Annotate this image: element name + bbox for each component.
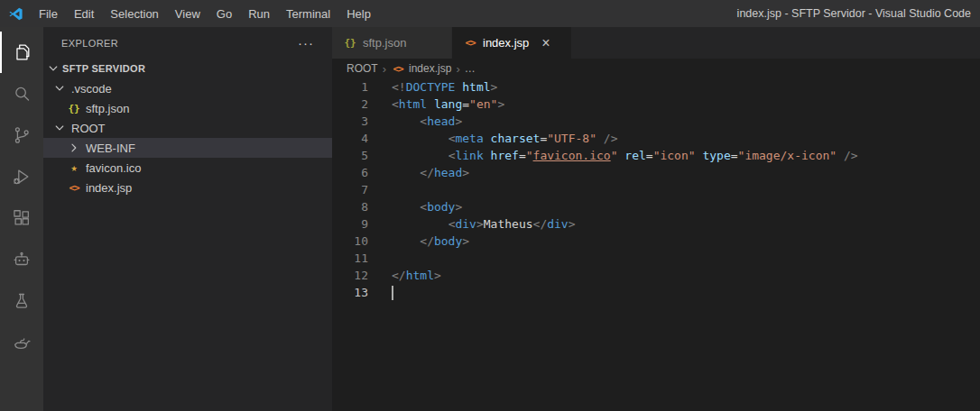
lamp-icon[interactable] <box>0 322 43 363</box>
breadcrumb-item--[interactable]: … <box>465 62 476 75</box>
tree-item-label: .vscode <box>71 82 112 96</box>
code-icon: <> <box>391 63 405 75</box>
menu-help[interactable]: Help <box>338 0 379 27</box>
code-line: 10 </body> <box>332 233 980 250</box>
breadcrumb-item-root[interactable]: ROOT <box>347 62 378 75</box>
text-cursor <box>392 286 393 300</box>
chevron-down-icon <box>46 61 60 76</box>
workspace-section-header[interactable]: SFTP SERVIDOR <box>43 59 332 78</box>
more-actions-icon[interactable]: ··· <box>298 35 314 50</box>
extensions-icon[interactable] <box>0 197 43 239</box>
close-icon[interactable]: × <box>541 36 550 50</box>
tree-item-label: ROOT <box>71 122 106 135</box>
vscode-logo-icon[interactable] <box>0 0 31 27</box>
window-title: index.jsp - SFTP Servidor - Visual Studi… <box>737 7 980 20</box>
tree-item-sftp-json[interactable]: {}sftp.json <box>43 98 332 118</box>
tab-sftp-json[interactable]: {}sftp.json <box>332 27 452 59</box>
code-line-content <box>368 250 392 267</box>
tree-item-label: WEB-INF <box>86 142 135 155</box>
code-line: 5 <link href="favicon.ico" rel="icon" ty… <box>332 147 980 164</box>
run-and-debug-icon[interactable] <box>0 156 43 197</box>
code-line: 7 <box>332 181 980 198</box>
workspace-name: SFTP SERVIDOR <box>62 63 145 74</box>
chevron-right-icon <box>67 141 81 155</box>
tree-item-label: index.jsp <box>86 181 132 195</box>
menu-bar: FileEditSelectionViewGoRunTerminalHelp <box>31 0 379 27</box>
tree-item-label: favicon.ico <box>86 161 141 175</box>
code-line: 9 <div>Matheus</div> <box>332 215 980 233</box>
code-line-content: <html lang="en"> <box>368 96 504 113</box>
title-bar: FileEditSelectionViewGoRunTerminalHelp i… <box>0 0 980 27</box>
code-line-content: <div>Matheus</div> <box>368 215 576 233</box>
code-line: 11 <box>332 250 980 267</box>
menu-go[interactable]: Go <box>208 0 240 27</box>
activity-bar <box>0 27 43 411</box>
code-icon: <> <box>67 182 81 194</box>
file-tree: .vscode{}sftp.jsonROOTWEB-INF★favicon.ic… <box>43 78 332 197</box>
code-line-content <box>368 181 392 198</box>
code-line: 3 <head> <box>332 113 980 130</box>
tab-bar: {}sftp.json<>index.jsp× <box>332 27 980 59</box>
workbench: EXPLORER ··· SFTP SERVIDOR .vscode{}sftp… <box>0 27 980 411</box>
code-line-content: <body> <box>368 198 462 215</box>
tree-item-favicon-ico[interactable]: ★favicon.ico <box>43 158 332 178</box>
menu-edit[interactable]: Edit <box>66 0 102 27</box>
code-line: 1<!DOCTYPE html> <box>332 78 980 96</box>
line-number: 11 <box>332 250 368 267</box>
line-number: 6 <box>332 164 368 181</box>
breadcrumb-label: … <box>465 62 476 75</box>
code-line-content: <link href="favicon.ico" rel="icon" type… <box>368 147 858 164</box>
breadcrumb-label: ROOT <box>347 62 378 75</box>
tree-item-web-inf[interactable]: WEB-INF <box>43 138 332 158</box>
breadcrumb-item-index-jsp[interactable]: <>index.jsp <box>391 62 451 75</box>
code-line: 2<html lang="en"> <box>332 96 980 113</box>
line-number: 4 <box>332 130 368 147</box>
tab-index-jsp[interactable]: <>index.jsp× <box>452 27 571 59</box>
editor-area: {}sftp.json<>index.jsp× ROOT›<>index.jsp… <box>332 27 980 411</box>
chevron-right-icon: › <box>456 62 459 76</box>
code-line-content: <head> <box>368 113 462 130</box>
code-line-content: </html> <box>368 267 441 284</box>
line-number: 7 <box>332 181 368 198</box>
code-line: 8 <body> <box>332 198 980 215</box>
code-icon: <> <box>463 37 477 49</box>
tree-item--vscode[interactable]: .vscode <box>43 78 332 98</box>
breadcrumb-label: index.jsp <box>409 62 451 75</box>
menu-terminal[interactable]: Terminal <box>278 0 338 27</box>
line-number: 13 <box>332 284 368 301</box>
menu-run[interactable]: Run <box>240 0 278 27</box>
sidebar-header: EXPLORER ··· <box>43 27 332 59</box>
tab-label: index.jsp <box>483 36 529 50</box>
code-line: 12</html> <box>332 267 980 284</box>
tab-label: sftp.json <box>363 36 406 50</box>
tree-item-index-jsp[interactable]: <>index.jsp <box>43 178 332 197</box>
menu-view[interactable]: View <box>167 0 208 27</box>
chevron-right-icon: › <box>383 62 386 76</box>
json-icon: {} <box>343 37 357 49</box>
test-flask-icon[interactable] <box>0 280 43 322</box>
sidebar-title: EXPLORER <box>61 38 118 49</box>
code-editor[interactable]: 1<!DOCTYPE html>2<html lang="en">3 <head… <box>332 78 980 411</box>
line-number: 2 <box>332 96 368 113</box>
code-line: 6 </head> <box>332 164 980 181</box>
chevron-down-icon <box>52 81 67 96</box>
line-number: 8 <box>332 198 368 215</box>
search-icon[interactable] <box>0 73 43 114</box>
code-line: 13 <box>332 284 980 301</box>
explorer-icon[interactable] <box>0 32 43 73</box>
line-number: 9 <box>332 215 368 233</box>
robot-icon[interactable] <box>0 239 43 280</box>
source-control-icon[interactable] <box>0 114 43 156</box>
menu-selection[interactable]: Selection <box>102 0 166 27</box>
line-number: 3 <box>332 113 368 130</box>
code-line-content: <meta charset="UTF-8" /> <box>368 130 618 147</box>
json-icon: {} <box>67 103 81 114</box>
menu-file[interactable]: File <box>31 0 66 27</box>
chevron-down-icon <box>52 121 67 135</box>
code-line-content: <!DOCTYPE html> <box>368 78 497 96</box>
line-number: 12 <box>332 267 368 284</box>
tree-item-root[interactable]: ROOT <box>43 118 332 138</box>
breadcrumb: ROOT›<>index.jsp›… <box>332 59 980 78</box>
star-icon: ★ <box>67 161 81 174</box>
code-line-content: </body> <box>368 233 469 250</box>
